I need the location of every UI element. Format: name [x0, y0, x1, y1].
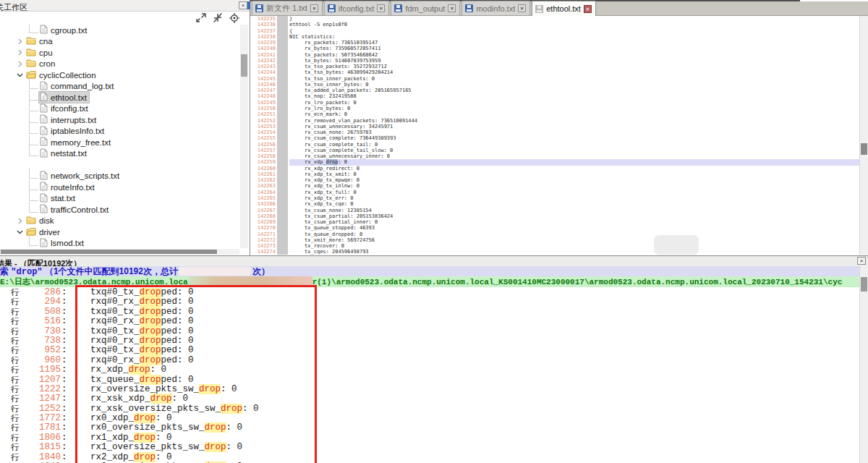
matched-file-path[interactable]: E:\日志\armod0523.odata.ncmp.unicom.locar(… [0, 276, 859, 287]
result-row[interactable]: 行1207:tx_queue_dropped: 0 [0, 375, 859, 385]
result-row[interactable]: 行952:txq#0_tx_dropped: 0 [0, 346, 859, 355]
line-number[interactable]: 142237 [250, 28, 277, 34]
line-number[interactable]: 142245 [250, 76, 277, 82]
line-number[interactable]: 142242 [250, 58, 277, 64]
chevron-right-icon[interactable] [14, 216, 25, 226]
editor-vertical-scrollbar-thumb[interactable] [861, 143, 867, 155]
line-number[interactable]: 142260 [250, 166, 277, 171]
tab-label: fdm_output [405, 4, 445, 13]
line-number[interactable]: 142236 [250, 22, 277, 27]
result-row[interactable]: 行1195:rx_xdp_drop: 0 [0, 365, 859, 375]
line-number[interactable]: 142270 [250, 225, 277, 231]
line-number[interactable]: 142268 [250, 213, 277, 219]
line-number[interactable]: 142267 [250, 208, 277, 213]
editor-text-body[interactable]: 142235}142236ethtool -S enp1s0f0142237{1… [250, 16, 859, 255]
tab-close-icon[interactable]: ✕ [310, 4, 318, 12]
line-number[interactable]: 142274 [250, 249, 277, 255]
collapse-all-icon[interactable] [213, 13, 223, 22]
tree-item-cpu[interactable]: cpu [0, 47, 239, 59]
result-row[interactable]: 行294:rxq#0_rx_dropped: 0 [0, 297, 859, 307]
line-number[interactable]: 142246 [250, 82, 277, 88]
editor-vertical-scrollbar[interactable] [859, 16, 868, 255]
line-number[interactable]: 142265 [250, 195, 277, 201]
results-close-icon[interactable]: × [857, 257, 866, 265]
locate-file-icon[interactable] [229, 13, 239, 23]
line-number[interactable]: 142256 [250, 142, 277, 148]
line-number[interactable]: 142243 [250, 64, 277, 69]
result-row[interactable]: 行1247:rx_xsk_xdp_drop: 0 [0, 394, 859, 404]
line-number[interactable]: 142238 [250, 34, 277, 40]
tab-ethtool.txt[interactable]: ethtool.txt✕ [532, 1, 596, 16]
result-row[interactable]: 行1252:rx_xsk_oversize_pkts_sw_drop: 0 [0, 404, 859, 414]
tree-item-lsmod.txt[interactable]: lsmod.txt [0, 238, 239, 250]
line-number[interactable]: 142258 [250, 153, 277, 159]
line-number[interactable]: 142239 [250, 40, 277, 46]
tab-close-icon[interactable]: ✕ [377, 4, 385, 12]
tree-item-disk[interactable]: disk [0, 216, 239, 227]
chevron-right-icon[interactable] [14, 59, 25, 69]
line-number[interactable]: 142254 [250, 129, 277, 135]
line-number[interactable]: 142250 [250, 106, 277, 111]
result-row[interactable]: 行516:rxq#0_rx_dropped: 0 [0, 317, 859, 326]
tree-item-cna[interactable]: cna [0, 36, 239, 48]
line-number[interactable]: 142257 [250, 148, 277, 153]
line-number[interactable]: 142253 [250, 124, 277, 129]
tree-vertical-scrollbar-thumb[interactable] [241, 54, 247, 77]
expand-all-icon[interactable] [196, 13, 206, 22]
tab-close-icon[interactable]: ✕ [518, 4, 526, 12]
chevron-down-icon[interactable] [14, 227, 25, 237]
editor-line: 142267 tx_csum_none: 12385154 [250, 208, 859, 213]
line-number[interactable]: 142240 [250, 46, 277, 51]
line-number[interactable]: 142273 [250, 243, 277, 249]
line-number[interactable]: 142251 [250, 111, 277, 117]
editor-line: 142259 rx_xdp_drop: 0 [250, 159, 859, 165]
line-number[interactable]: 142247 [250, 88, 277, 93]
line-number[interactable]: 142272 [250, 237, 277, 243]
result-row[interactable]: 行960:rxq#0_rx_dropped: 0 [0, 356, 859, 365]
line-number[interactable]: 142248 [250, 93, 277, 99]
result-row[interactable]: 行738:rxq#0_rx_dropped: 0 [0, 336, 859, 346]
line-number[interactable]: 142262 [250, 177, 277, 183]
chevron-right-icon[interactable] [14, 37, 25, 46]
line-number[interactable]: 142269 [250, 219, 277, 225]
tab-fdm_output[interactable]: fdm_output✕ [391, 1, 460, 15]
result-row[interactable]: 行508:txq#0_tx_dropped: 0 [0, 307, 859, 317]
line-number[interactable]: 142235 [250, 16, 277, 22]
tree-vertical-scrollbar[interactable] [240, 25, 248, 248]
line-number[interactable]: 142259 [250, 159, 277, 165]
result-row[interactable]: 行1781:rx0_oversize_pkts_sw_drop: 0 [0, 423, 859, 433]
tab-close-icon[interactable]: ✕ [584, 5, 592, 13]
result-row[interactable]: 行1815:rx1_oversize_pkts_sw_drop: 0 [0, 443, 859, 452]
result-row[interactable]: 行286:txq#0_tx_dropped: 0 [0, 288, 859, 297]
line-number[interactable]: 142263 [250, 183, 277, 189]
result-row[interactable]: 行730:txq#0_tx_dropped: 0 [0, 327, 859, 336]
result-row[interactable]: 行1772:rx0_xdp_drop: 0 [0, 414, 859, 423]
line-number[interactable]: 142252 [250, 118, 277, 124]
tab-modinfo.txt[interactable]: modinfo.txt✕ [461, 1, 530, 15]
line-number[interactable]: 142255 [250, 135, 277, 141]
tab-ifconfig.txt[interactable]: ifconfig.txt✕ [324, 1, 390, 15]
chevron-right-icon[interactable] [14, 48, 25, 57]
results-vertical-scrollbar-thumb[interactable] [861, 277, 867, 292]
line-number[interactable]: 142241 [250, 52, 277, 58]
result-row[interactable]: 行1222:rx_oversize_pkts_sw_drop: 0 [0, 385, 859, 394]
result-row[interactable]: 行1806:rx1_xdp_drop: 0 [0, 433, 859, 443]
tree-item-netstat.txt[interactable]: netstat.txt [0, 148, 239, 160]
tree-horizontal-scrollbar[interactable] [0, 249, 239, 255]
tab-新文件 1.txt[interactable]: 新文件 1.txt✕ [252, 1, 323, 15]
line-number[interactable]: 142266 [250, 201, 277, 207]
result-row[interactable]: 行1840:rx2_xdp_drop: 0 [0, 453, 859, 462]
line-number[interactable]: 142244 [250, 69, 277, 75]
chevron-down-icon[interactable] [14, 70, 25, 80]
tree-item-trafficControl.txt[interactable]: trafficControl.txt [0, 204, 239, 216]
tree-item-cgroup.txt[interactable]: cgroup.txt [0, 25, 239, 36]
line-number[interactable]: 142271 [250, 232, 277, 237]
line-number[interactable]: 142261 [250, 171, 277, 177]
workspace-close-icon[interactable]: × [239, 1, 247, 9]
line-number[interactable]: 142249 [250, 100, 277, 106]
tree-item-cron[interactable]: cron [0, 59, 239, 70]
line-number[interactable]: 142264 [250, 190, 277, 195]
tab-close-icon[interactable]: ✕ [448, 4, 456, 12]
tree-horizontal-scrollbar-thumb[interactable] [1, 250, 217, 254]
results-vertical-scrollbar[interactable] [859, 266, 868, 463]
